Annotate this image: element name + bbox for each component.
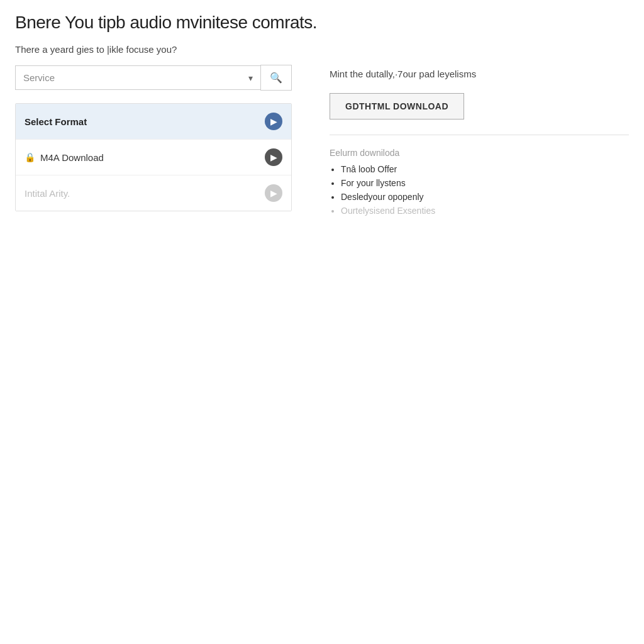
format-item-initial-arity[interactable]: Intital Arity. ▶ [16,175,291,211]
format-item-arrow-icon: ▶ [265,184,282,202]
list-item: For your llystens [341,178,629,188]
format-item-m4a[interactable]: 🔒 M4A Download ▶ [16,140,291,175]
format-item-label: Select Format [25,116,265,127]
lock-icon: 🔒 [25,152,35,162]
left-panel: Service ▾ 🔍 Select Format ▶ 🔒 M4A Downlo… [15,65,292,211]
format-item-label: M4A Download [40,152,265,163]
right-description: Mint the dutally,·7our pad leyelisms [330,67,629,82]
list-item: Desledyour opopenly [341,192,629,202]
list-item: Tnâ loob Offer [341,164,629,174]
list-item: Ourtelysisend Exsenties [341,206,629,216]
format-list: Select Format ▶ 🔒 M4A Download ▶ Intital… [15,103,292,211]
download-button[interactable]: GDTHTML DOWNLOAD [330,93,464,119]
search-icon: 🔍 [270,72,282,84]
service-select-label: Service [23,72,248,83]
right-panel: Mint the dutally,·7our pad leyelisms GDT… [330,65,629,219]
service-row: Service ▾ 🔍 [15,65,292,91]
features-list: Tnâ loob Offer For your llystens Desledy… [330,164,629,216]
page-title: Bnere You tipb audio mvinitese comrats. [15,13,629,33]
service-select[interactable]: Service ▾ [15,65,260,90]
page-subtitle: There a yeard gies to |ikle focuse you? [15,44,629,55]
format-item-arrow-icon: ▶ [265,113,282,130]
search-button[interactable]: 🔍 [260,65,292,91]
format-item-select-format[interactable]: Select Format ▶ [16,104,291,140]
chevron-down-icon: ▾ [248,73,253,83]
features-title: Eelurm downiloda [330,148,629,158]
divider [330,135,629,135]
format-item-label: Intital Arity. [25,188,265,199]
format-item-arrow-icon: ▶ [265,148,282,166]
main-layout: Service ▾ 🔍 Select Format ▶ 🔒 M4A Downlo… [15,65,629,219]
